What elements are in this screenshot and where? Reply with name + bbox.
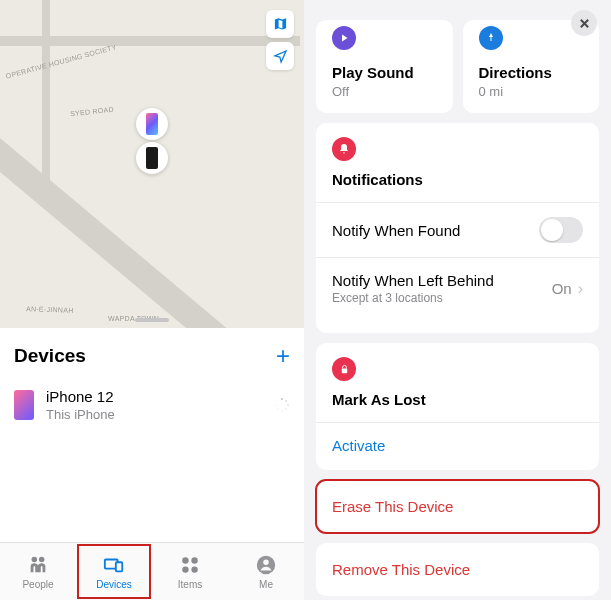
locate-button[interactable] <box>266 42 294 70</box>
remove-label: Remove This Device <box>332 561 470 578</box>
tab-devices[interactable]: Devices <box>76 543 152 600</box>
tab-label: Items <box>178 579 202 590</box>
directions-icon <box>479 26 503 50</box>
tab-items[interactable]: Items <box>152 543 228 600</box>
notify-found-toggle[interactable] <box>539 217 583 243</box>
svg-point-0 <box>281 398 283 400</box>
map-label: SYED ROAD <box>70 106 114 118</box>
svg-rect-18 <box>341 368 347 373</box>
svg-point-7 <box>277 400 278 401</box>
lock-icon <box>332 357 356 381</box>
device-detail-panel: Play Sound Off Directions 0 mi Notificat… <box>304 0 611 600</box>
svg-point-13 <box>191 557 197 563</box>
svg-point-17 <box>263 559 269 565</box>
setting-title: Notify When Found <box>332 222 539 239</box>
map-mode-button[interactable] <box>266 10 294 38</box>
devices-icon <box>103 554 125 576</box>
chevron-right-icon: › <box>578 280 583 298</box>
device-row[interactable]: iPhone 12 This iPhone <box>14 386 290 424</box>
notifications-card: Notifications Notify When Found Notify W… <box>316 123 599 333</box>
erase-device-button[interactable]: Erase This Device <box>316 480 599 533</box>
card-status: Off <box>332 84 437 99</box>
map[interactable]: OPERATIVE HOUSING SOCIETY SYED ROAD AN-E… <box>0 0 304 328</box>
svg-point-4 <box>281 410 282 411</box>
map-label: OPERATIVE HOUSING SOCIETY <box>5 43 117 79</box>
svg-point-1 <box>285 400 287 402</box>
tab-label: Me <box>259 579 273 590</box>
people-icon <box>27 554 49 576</box>
loading-spinner-icon <box>274 397 290 413</box>
svg-point-14 <box>182 566 188 572</box>
remove-device-button[interactable]: Remove This Device <box>316 543 599 596</box>
mark-lost-heading: Mark As Lost <box>332 391 583 408</box>
device-thumb-icon <box>14 390 34 420</box>
device-pin[interactable] <box>136 142 168 174</box>
tab-label: People <box>22 579 53 590</box>
setting-value: On <box>552 280 572 297</box>
devices-title: Devices <box>14 345 86 367</box>
me-icon <box>255 554 277 576</box>
svg-point-15 <box>191 566 197 572</box>
devices-section: Devices + iPhone 12 This iPhone <box>0 328 304 542</box>
device-subtitle: This iPhone <box>46 407 262 422</box>
svg-point-5 <box>277 408 278 409</box>
svg-point-12 <box>182 557 188 563</box>
svg-point-2 <box>287 404 289 406</box>
bell-icon <box>332 137 356 161</box>
erase-label: Erase This Device <box>332 498 453 515</box>
tab-label: Devices <box>96 579 132 590</box>
left-panel: OPERATIVE HOUSING SOCIETY SYED ROAD AN-E… <box>0 0 304 600</box>
tab-me[interactable]: Me <box>228 543 304 600</box>
drag-handle[interactable] <box>135 318 169 322</box>
play-sound-card[interactable]: Play Sound Off <box>316 20 453 113</box>
device-pins <box>136 108 168 174</box>
device-name: iPhone 12 <box>46 388 262 405</box>
map-label: AN-E-JINNAH <box>26 305 74 314</box>
card-status: 0 mi <box>479 84 584 99</box>
card-title: Play Sound <box>332 64 437 81</box>
notify-left-behind-row[interactable]: Notify When Left Behind Except at 3 loca… <box>316 257 599 319</box>
tab-bar: People Devices Items Me <box>0 542 304 600</box>
setting-subtitle: Except at 3 locations <box>332 291 552 305</box>
tab-people[interactable]: People <box>0 543 76 600</box>
setting-title: Notify When Left Behind <box>332 272 552 289</box>
activate-button[interactable]: Activate <box>316 422 599 456</box>
svg-rect-11 <box>116 562 122 571</box>
mark-lost-card: Mark As Lost Activate <box>316 343 599 470</box>
svg-point-9 <box>39 556 44 562</box>
items-icon <box>179 554 201 576</box>
device-pin[interactable] <box>136 108 168 140</box>
svg-point-6 <box>275 404 276 405</box>
sound-icon <box>332 26 356 50</box>
card-title: Directions <box>479 64 584 81</box>
notify-when-found-row[interactable]: Notify When Found <box>316 202 599 257</box>
close-icon <box>579 18 590 29</box>
svg-point-8 <box>32 556 37 562</box>
close-button[interactable] <box>571 10 597 36</box>
notifications-heading: Notifications <box>332 171 583 188</box>
add-device-button[interactable]: + <box>276 344 290 368</box>
svg-point-3 <box>285 408 286 409</box>
